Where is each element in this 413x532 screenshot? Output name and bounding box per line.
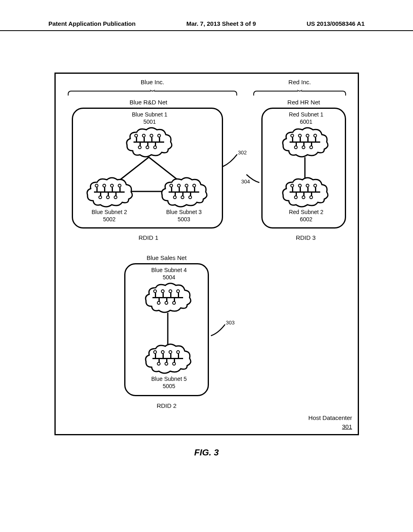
blue-subnet3-id: 5003 [177,216,190,222]
blue-subnet2-label: Blue Subnet 2 5002 [85,209,133,223]
host-datacenter-box: Blue Inc. Red Inc. Blue R&D Net Blue Sub… [54,73,359,435]
header-center: Mar. 7, 2013 Sheet 3 of 9 [186,20,256,27]
blue-subnet5-name: Blue Subnet 5 [151,376,187,382]
rdid3-label: RDID 3 [286,234,326,242]
figure-3: Blue Inc. Red Inc. Blue R&D Net Blue Sub… [54,73,359,435]
network-nodes-icon [133,136,164,148]
blue-subnet2-cloud [85,177,133,208]
blue-subnet3-name: Blue Subnet 3 [166,209,202,215]
red-inc-brace [253,87,346,95]
blue-sales-box: Blue Subnet 4 5004 Blue Subnet [124,263,209,396]
red-subnet1-id: 6001 [300,118,312,125]
page-header: Patent Application Publication Mar. 7, 2… [0,20,413,31]
network-nodes-icon [152,292,183,304]
blue-subnet3-cloud [160,177,208,208]
blue-subnet5-id: 5005 [163,383,175,389]
ref-302: 302 [238,150,247,156]
red-subnet2-name: Red Subnet 2 [289,209,323,215]
blue-subnet1-cloud [125,127,173,158]
blue-subnet4-id: 5004 [163,274,175,281]
blue-sales-title: Blue Sales Net [134,254,199,262]
host-datacenter-label: Host Datacenter [309,414,352,421]
network-nodes-icon [169,186,199,198]
blue-subnet1-name: Blue Subnet 1 [132,111,167,118]
network-nodes-icon [290,186,320,198]
header-left: Patent Application Publication [48,20,136,27]
blue-inc-brace [68,87,237,95]
ref-303: 303 [226,320,235,326]
blue-rnd-title: Blue R&D Net [116,99,181,106]
rdid2-label: RDID 2 [146,402,187,410]
red-hr-box: Red Subnet 1 6001 Red Subnet 2 [261,108,346,229]
svg-line-0 [121,157,149,179]
svg-line-1 [149,157,177,179]
blue-subnet1-label: Blue Subnet 1 5001 [125,111,174,125]
red-subnet1-label: Red Subnet 1 6001 [282,111,330,125]
blue-subnet1-id: 5001 [143,118,156,125]
blue-inc-label: Blue Inc. [128,79,177,86]
red-subnet2-id: 6002 [300,216,312,222]
blue-subnet2-name: Blue Subnet 2 [92,209,127,215]
figure-caption: FIG. 3 [0,447,413,458]
blue-rnd-box: Blue Subnet 1 5001 [72,108,223,229]
host-datacenter-num: 301 [342,423,352,430]
rdid1-label: RDID 1 [128,234,169,242]
blue-subnet5-cloud [144,343,192,374]
network-nodes-icon [152,353,183,365]
header-right: US 2013/0058346 A1 [307,20,365,27]
blue-subnet3-label: Blue Subnet 3 5003 [158,209,210,223]
red-subnet2-label: Red Subnet 2 6002 [282,209,330,223]
red-subnet1-cloud [281,127,329,158]
network-nodes-icon [290,136,320,148]
blue-subnet4-label: Blue Subnet 4 5004 [145,267,193,281]
red-subnet1-name: Red Subnet 1 [289,111,323,118]
blue-subnet4-name: Blue Subnet 4 [151,267,187,273]
red-inc-label: Red Inc. [275,79,324,86]
red-hr-title: Red HR Net [275,99,332,106]
blue-subnet4-cloud [144,282,192,314]
ref-304: 304 [241,179,250,185]
red-subnet2-cloud [281,177,329,208]
network-nodes-icon [94,186,125,198]
blue-subnet2-id: 5002 [103,216,115,222]
blue-subnet5-label: Blue Subnet 5 5005 [145,376,193,390]
